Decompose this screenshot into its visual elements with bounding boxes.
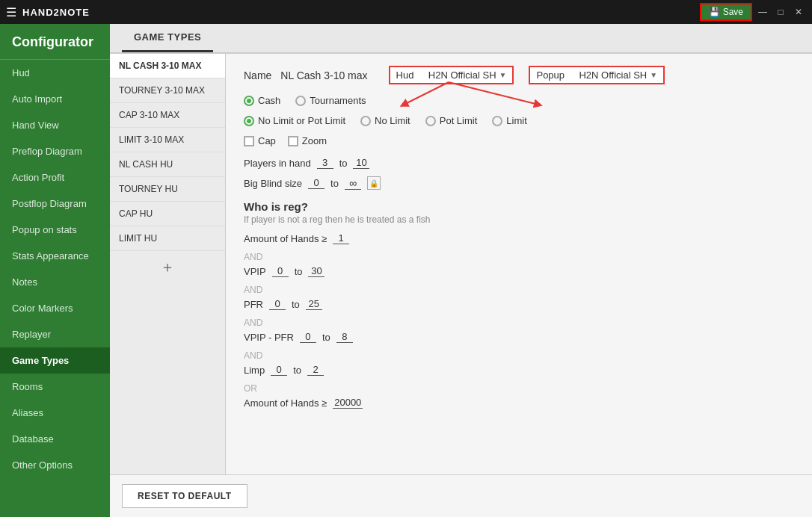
zoom-label: Zoom <box>302 135 327 146</box>
radio-cash[interactable]: Cash <box>244 95 280 106</box>
zoom-checkbox-box <box>288 136 298 146</box>
sidebar-title: Configurator <box>0 24 110 60</box>
vpip-min-value[interactable]: 0 <box>272 265 289 277</box>
name-label: Name <box>244 69 271 81</box>
vpip-pfr-min-value[interactable]: 0 <box>300 331 316 343</box>
and-label-3: AND <box>244 318 794 328</box>
game-type-nl-cash-hu[interactable]: NL CASH HU <box>110 152 225 177</box>
cap-checkbox[interactable]: Cap <box>244 135 276 146</box>
radio-no-limit-or-pot-limit[interactable]: No Limit or Pot Limit <box>244 115 345 126</box>
radio-nolimit-label: No Limit <box>375 115 410 126</box>
sidebar-item-stats-appearance[interactable]: Stats Appearance <box>0 243 110 269</box>
zoom-checkbox[interactable]: Zoom <box>288 135 327 146</box>
game-type-nl-cash-3-10-max[interactable]: NL CASH 3-10 MAX <box>110 54 225 78</box>
sidebar-item-action-profit[interactable]: Action Profit <box>0 164 110 191</box>
hud-dropdown-separator <box>419 70 422 81</box>
and-label-2: AND <box>244 285 794 295</box>
sidebar-item-popup-on-stats[interactable]: Popup on stats <box>0 217 110 243</box>
tab-bar: GAME TYPES <box>110 24 812 54</box>
add-game-type-button[interactable]: ＋ <box>110 251 225 283</box>
bottom-bar: RESET TO DEFAULT <box>110 474 812 517</box>
vpip-pfr-to-label: to <box>322 332 330 343</box>
sidebar-item-aliases[interactable]: Aliases <box>0 400 110 426</box>
sidebar-item-other-options[interactable]: Other Options <box>0 452 110 478</box>
radio-tournaments-label: Tournaments <box>310 95 366 106</box>
name-row: Name NL Cash 3-10 max Hud H2N Official S… <box>244 66 794 84</box>
amount-hands-value-2[interactable]: 20000 <box>333 397 363 409</box>
radio-pot-limit[interactable]: Pot Limit <box>425 115 478 126</box>
sidebar-item-preflop-diagram[interactable]: Preflop Diagram <box>0 138 110 164</box>
amount-hands-row: Amount of Hands ≥ 1 <box>244 232 794 244</box>
sidebar-item-color-markers[interactable]: Color Markers <box>0 295 110 321</box>
or-label: OR <box>244 383 794 394</box>
radio-limit-dot <box>492 116 502 126</box>
bb-to-label: to <box>330 178 339 189</box>
save-button[interactable]: 💾 Save <box>700 3 752 21</box>
vpip-row: VPIP 0 to 30 <box>244 265 794 277</box>
sidebar-item-postflop-diagram[interactable]: Postflop Diagram <box>0 191 110 217</box>
sidebar-item-hud[interactable]: Hud <box>0 60 110 86</box>
sidebar: Configurator Hud Auto Import Hand View P… <box>0 24 110 517</box>
sidebar-item-hand-view[interactable]: Hand View <box>0 112 110 138</box>
game-type-cap-3-10-max[interactable]: CAP 3-10 MAX <box>110 103 225 128</box>
limp-min-value[interactable]: 0 <box>271 364 287 376</box>
game-type-limit-hu[interactable]: LIMIT HU <box>110 226 225 251</box>
app-name: HAND2NOTE <box>22 7 90 18</box>
content-body: NL CASH 3-10 MAX TOURNEY 3-10 MAX CAP 3-… <box>110 54 812 474</box>
bb-min-value[interactable]: 0 <box>308 177 325 189</box>
radio-tournaments[interactable]: Tournaments <box>295 95 366 106</box>
game-type-tourney-3-10-max[interactable]: TOURNEY 3-10 MAX <box>110 78 225 103</box>
and-label-4: AND <box>244 350 794 361</box>
radio-limit[interactable]: Limit <box>492 115 526 126</box>
main-layout: Configurator Hud Auto Import Hand View P… <box>0 24 812 517</box>
players-max-value[interactable]: 10 <box>353 157 369 169</box>
amount-hands-row-2: Amount of Hands ≥ 20000 <box>244 397 794 409</box>
vpip-max-value[interactable]: 30 <box>308 265 325 277</box>
title-bar: ☰ HAND2NOTE 💾 Save — □ ✕ <box>0 0 812 24</box>
minimize-button[interactable]: — <box>755 4 770 19</box>
limp-max-value[interactable]: 2 <box>307 364 324 376</box>
hamburger-icon[interactable]: ☰ <box>6 5 16 19</box>
tab-game-types[interactable]: GAME TYPES <box>122 24 213 52</box>
radio-nolimit-pot-label: No Limit or Pot Limit <box>258 115 345 126</box>
cap-checkbox-box <box>244 136 254 146</box>
pfr-to-label: to <box>292 299 300 310</box>
limp-to-label: to <box>293 365 301 376</box>
hud-dropdown-prefix: Hud <box>396 69 414 81</box>
big-blind-row: Big Blind size 0 to ∞ 🔒 <box>244 176 794 190</box>
sidebar-item-auto-import[interactable]: Auto Import <box>0 86 110 112</box>
radio-potlimit-label: Pot Limit <box>440 115 478 126</box>
limp-label: Limp <box>244 365 265 376</box>
bb-max-value[interactable]: ∞ <box>345 177 361 190</box>
plus-icon: ＋ <box>160 257 175 277</box>
pfr-max-value[interactable]: 25 <box>306 298 322 310</box>
popup-dropdown[interactable]: Popup H2N Official SH ▼ <box>529 66 665 84</box>
game-type-limit-3-10-max[interactable]: LIMIT 3-10 MAX <box>110 128 225 152</box>
sidebar-item-replayer[interactable]: Replayer <box>0 321 110 347</box>
game-type-cap-hu[interactable]: CAP HU <box>110 202 225 226</box>
popup-dropdown-prefix: Popup <box>536 69 565 81</box>
players-min-value[interactable]: 3 <box>317 157 333 169</box>
players-label: Players in hand <box>244 158 311 169</box>
amount-hands-label: Amount of Hands ≥ <box>244 233 327 244</box>
radio-tournaments-dot <box>295 96 306 106</box>
who-is-reg-sub: If player is not a reg then he is treate… <box>244 214 794 225</box>
hud-dropdown-value: H2N Official SH <box>428 69 496 81</box>
game-type-radio-row: Cash Tournaments <box>244 95 794 106</box>
lock-icon[interactable]: 🔒 <box>367 176 381 190</box>
reset-to-default-button[interactable]: RESET TO DEFAULT <box>122 484 247 508</box>
pfr-min-value[interactable]: 0 <box>269 298 286 310</box>
sidebar-item-rooms[interactable]: Rooms <box>0 374 110 400</box>
radio-cash-label: Cash <box>258 95 280 106</box>
sidebar-item-notes[interactable]: Notes <box>0 269 110 295</box>
sidebar-item-game-types[interactable]: Game Types <box>0 347 110 374</box>
hud-dropdown[interactable]: Hud H2N Official SH ▼ <box>389 66 514 84</box>
game-type-tourney-hu[interactable]: TOURNEY HU <box>110 177 225 202</box>
vpip-pfr-max-value[interactable]: 8 <box>336 331 353 343</box>
sidebar-item-database[interactable]: Database <box>0 426 110 452</box>
amount-hands-value[interactable]: 1 <box>333 232 349 244</box>
radio-nolimit-pot-dot <box>244 116 254 126</box>
radio-no-limit[interactable]: No Limit <box>360 115 410 126</box>
close-button[interactable]: ✕ <box>791 4 806 19</box>
maximize-button[interactable]: □ <box>773 4 788 19</box>
